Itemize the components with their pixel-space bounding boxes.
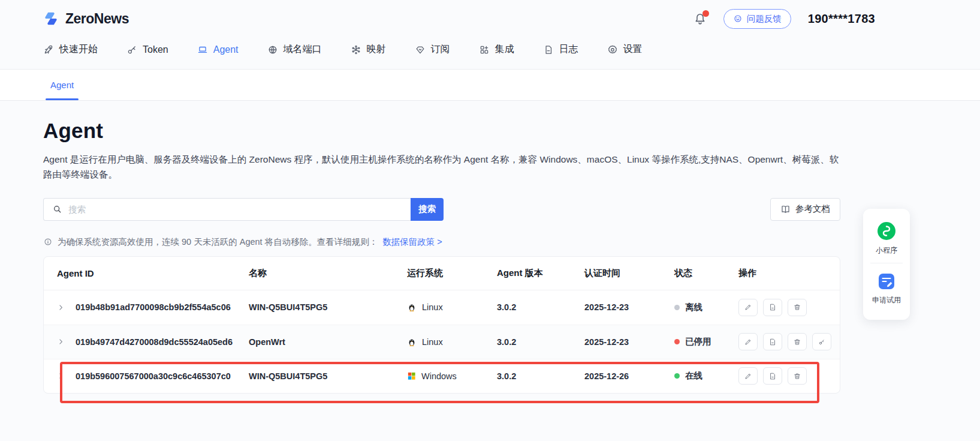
agent-name: WIN-Q5BUI4T5PG5 <box>249 371 407 381</box>
agent-name: OpenWrt <box>249 337 407 347</box>
log-button[interactable] <box>763 299 782 316</box>
gem-icon <box>415 44 426 55</box>
nav-item-domain-port[interactable]: 域名端口 <box>267 43 322 56</box>
account-phone[interactable]: 190****1783 <box>808 12 875 26</box>
feedback-label: 问题反馈 <box>747 13 782 25</box>
subtab-strip: Agent <box>0 69 980 101</box>
nav-item-quickstart[interactable]: 快速开始 <box>43 43 98 56</box>
miniprogram-icon <box>876 221 897 241</box>
trial-entry[interactable]: 申请试用 <box>863 268 910 311</box>
auth-time: 2025-12-23 <box>584 337 674 347</box>
expand-chevron-icon[interactable] <box>57 304 65 311</box>
nav-label: 映射 <box>367 43 386 56</box>
floating-side-panel: 小程序 申请试用 <box>863 209 910 320</box>
agent-id: 019b48b91ad7700098cb9b2f554a5c06 <box>76 302 231 312</box>
page-content: Agent Agent 是运行在用户电脑、服务器及终端设备上的 ZeroNews… <box>0 101 840 394</box>
agent-name: WIN-Q5BUI4T5PG5 <box>249 302 407 312</box>
gear-icon <box>607 44 618 55</box>
os-label: Windows <box>421 371 457 381</box>
file-icon <box>768 303 777 311</box>
credential-button[interactable] <box>812 333 831 350</box>
trash-icon <box>793 372 801 380</box>
status-dot <box>674 339 680 344</box>
agent-id: 019b596007567000a30c9c6c465307c0 <box>76 371 231 381</box>
windows-icon <box>407 371 416 380</box>
panel-divider <box>870 263 903 263</box>
nav-item-agent[interactable]: Agent <box>197 44 239 55</box>
nav-item-subscription[interactable]: 订阅 <box>415 43 450 56</box>
auth-time: 2025-12-23 <box>584 302 674 312</box>
book-icon <box>780 204 791 214</box>
search-box <box>43 198 411 221</box>
subtab-active-underline <box>46 98 79 100</box>
expand-chevron-icon[interactable] <box>57 372 65 380</box>
feedback-button[interactable]: 问题反馈 <box>723 9 791 29</box>
notification-bell-icon[interactable] <box>693 12 707 25</box>
edit-button[interactable] <box>738 367 758 385</box>
agent-version: 3.0.2 <box>497 302 584 312</box>
col-version: Agent 版本 <box>497 268 584 279</box>
brand-logo[interactable]: ZeroNews <box>42 10 129 28</box>
nav-item-token[interactable]: Token <box>126 44 168 55</box>
col-auth-time: 认证时间 <box>584 268 674 279</box>
search-input[interactable] <box>68 205 402 214</box>
pencil-icon <box>744 303 752 311</box>
col-actions: 操作 <box>738 268 840 279</box>
miniprogram-entry[interactable]: 小程序 <box>863 217 910 262</box>
integration-icon <box>479 44 490 55</box>
status-label: 已停用 <box>685 336 711 347</box>
laptop-icon <box>197 44 208 55</box>
retention-notice: 为确保系统资源高效使用，连续 90 天未活跃的 Agent 将自动移除。查看详细… <box>43 236 840 248</box>
nav-label: Agent <box>213 44 239 55</box>
trash-icon <box>793 303 801 311</box>
page-description: Agent 是运行在用户电脑、服务器及终端设备上的 ZeroNews 程序，默认… <box>43 152 840 182</box>
key-square-icon <box>818 338 826 346</box>
col-status: 状态 <box>674 268 738 279</box>
status-dot <box>674 305 680 310</box>
edit-button[interactable] <box>738 333 758 350</box>
status-label: 在线 <box>685 370 702 382</box>
trash-icon <box>793 338 801 346</box>
delete-button[interactable] <box>788 367 807 385</box>
miniprogram-label: 小程序 <box>876 245 897 256</box>
table-row: 019b48b91ad7700098cb9b2f554a5c06 WIN-Q5B… <box>44 290 840 325</box>
smiley-icon <box>733 14 743 23</box>
pencil-icon <box>744 372 752 380</box>
expand-chevron-icon[interactable] <box>57 338 65 346</box>
agent-id: 019b49747d4270008d9dc55524a05ed6 <box>76 337 233 347</box>
mapping-icon <box>351 44 361 55</box>
toolbar: 搜索 参考文档 <box>43 198 840 221</box>
auth-time: 2025-12-26 <box>584 371 674 381</box>
edit-button[interactable] <box>738 299 758 316</box>
col-name: 名称 <box>249 268 407 279</box>
nav-item-mapping[interactable]: 映射 <box>351 43 386 56</box>
subtab-label: Agent <box>50 80 74 90</box>
log-button[interactable] <box>763 333 782 350</box>
rocket-icon <box>43 44 54 55</box>
trial-icon <box>877 272 896 291</box>
retention-policy-link[interactable]: 数据保留政策 > <box>382 236 442 248</box>
status-dot <box>674 373 680 379</box>
nav-item-settings[interactable]: 设置 <box>607 43 643 56</box>
delete-button[interactable] <box>788 333 807 350</box>
table-header-row: Agent ID 名称 运行系统 Agent 版本 认证时间 状态 操作 <box>44 257 840 290</box>
nav-label: 订阅 <box>431 43 450 56</box>
subtab-agent[interactable]: Agent <box>48 70 76 100</box>
search-button[interactable]: 搜索 <box>411 198 444 221</box>
pencil-icon <box>744 338 752 346</box>
globe-icon <box>267 44 278 55</box>
nav-label: 设置 <box>623 43 643 56</box>
log-button[interactable] <box>763 367 782 385</box>
delete-button[interactable] <box>788 299 807 316</box>
nav-item-logs[interactable]: 日志 <box>543 43 578 56</box>
col-os: 运行系统 <box>407 268 497 279</box>
notice-text: 为确保系统资源高效使用，连续 90 天未活跃的 Agent 将自动移除。查看详细… <box>58 236 378 248</box>
table-row: 019b49747d4270008d9dc55524a05ed6 OpenWrt… <box>44 325 840 359</box>
nav-label: Token <box>143 44 168 55</box>
nav-item-integration[interactable]: 集成 <box>479 43 514 56</box>
info-icon <box>43 237 53 247</box>
agent-version: 3.0.2 <box>497 371 584 381</box>
reference-docs-button[interactable]: 参考文档 <box>770 198 840 221</box>
docs-button-label: 参考文档 <box>795 203 830 215</box>
linux-icon <box>407 337 417 347</box>
